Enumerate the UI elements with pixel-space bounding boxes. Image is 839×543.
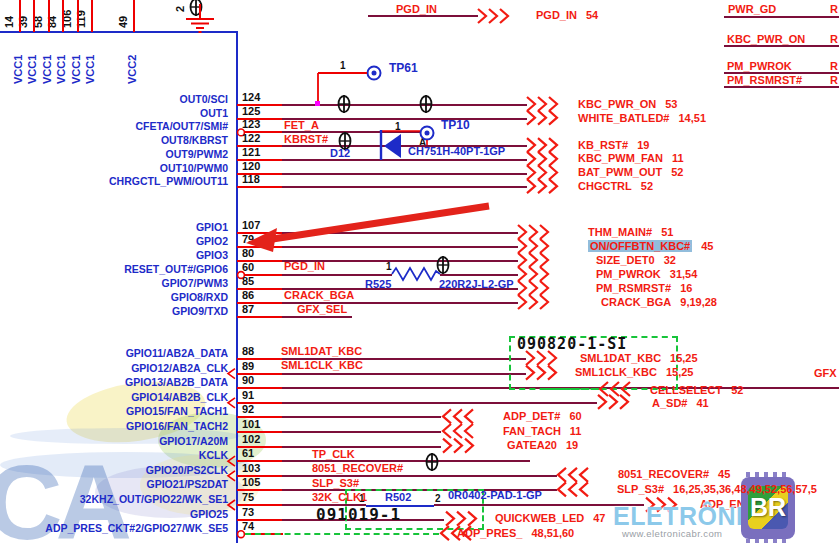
pin-label: CHRGCTL_PWM/OUT11 [0,175,228,187]
offpage-net-reference: KBC_PWR_ON53 [578,98,677,110]
power-pin-stub [19,0,21,32]
pin-number: 125 [242,105,260,117]
offpage-connector-icon [527,179,557,193]
pin-number: 61 [242,447,254,459]
offpage-net-name: BAT_PWM_OUT [578,166,662,178]
pin-number: 80 [242,247,254,259]
offpage-net-pages: 11 [672,152,684,164]
chip-border-top [0,31,238,33]
pin-number: 102 [242,433,260,445]
pin-label: GPIO16/FAN_TACH2 [0,420,228,432]
part-label: TP61 [389,61,418,75]
offpage-net-pages: 32 [664,254,676,266]
offpage-net-pages: 52 [731,384,743,396]
pin-number: 75 [242,491,254,503]
offpage-connector-icon [518,295,548,309]
corner-net-ref: R [830,60,838,72]
pin-label: GPIO13/AB2B_DATA [0,376,228,388]
net-wire [282,104,527,106]
offpage-connector-icon [558,468,588,482]
watermark-url-text: www.eletronicabr.com [622,528,722,539]
offpage-net-reference: CRACK_BGA9,19,28 [601,296,717,308]
pin-label: OUT1 [0,107,228,119]
net-wire [724,86,839,88]
power-pin-stub [33,0,35,32]
offpage-net-reference: ADP_DET#60 [503,410,582,422]
offpage-net-pages: 41 [696,397,708,409]
net-tie-glyph-icon [438,256,449,274]
part-label: R502 [385,491,411,503]
pin-number: 121 [242,146,260,158]
net-wire [282,186,527,188]
resistor-icon [392,268,440,280]
offpage-net-reference: PM_PWROK31,54 [596,268,697,280]
testpoint-icon [425,131,430,136]
offpage-net-pages: 45 [718,468,730,480]
pin-label: GPIO14/AB2B_CLK [0,391,228,403]
power-pin-stub [77,0,79,32]
offpage-net-name: PM_RSMRST# [596,282,671,294]
offpage-net-reference: ADP_PRES_48,51,60 [457,527,574,539]
offpage-net-reference: CHGCTRL52 [578,180,653,192]
offpage-net-pages: 15,25 [670,352,698,364]
net-label: CRACK_BGA [284,289,354,301]
offpage-connector-icon [518,239,548,253]
offpage-connector-icon [527,138,557,152]
offpage-connector-icon [518,281,548,295]
part-pin-number: 1 [386,261,392,272]
corner-net-label: KBC_PWR_ON [727,33,805,45]
offpage-net-name: 8051_RECOVER# [618,468,709,480]
pin-label: GPIO2 [0,235,228,247]
offpage-connector-icon [527,152,557,166]
net-wire [440,274,518,276]
offpage-net-pages: 16,25,35,36,48,49,52,56,57,5 [673,483,817,495]
offpage-connector-icon [527,166,557,180]
offpage-net-pages: 19 [637,139,649,151]
offpage-net-name: CRACK_BGA [601,296,671,308]
power-pin-stub [91,0,93,32]
net-wire [282,246,518,248]
offpage-net-name: A_SD# [652,397,687,409]
net-label: TP_CLK [312,448,355,460]
offpage-net-name: QUICKWEB_LED [495,512,584,524]
offpage-net-reference: ON/OFFBTN_KBC#45 [588,240,713,252]
green-dashed-wire-cellselect [545,388,599,390]
offpage-net-reference: SML1CLK_KBC15,25 [575,366,693,378]
offpage-net-pages: 9,19,28 [680,296,717,308]
offpage-connector-icon [443,424,473,438]
net-wire [282,316,352,318]
power-pin-stub [62,0,64,32]
offpage-net-name: SML1DAT_KBC [580,352,661,364]
corner-net-label: PM_PWROK [727,60,792,72]
pin-label: ADP_PRES_CKT#2/GPIO27/WK_SE5 [0,522,228,534]
pin-label: GPIO17/A20M [0,435,228,447]
pin-label: GPIO12/AB2A_CLK [0,362,228,374]
net-wire [282,159,527,161]
offpage-connector-icon [598,395,628,409]
offpage-net-reference: PM_RSMRST#16 [596,282,692,294]
offpage-connector-icon [558,482,588,496]
pin-number: 87 [242,303,254,315]
pin-label: GPIO25 [0,508,228,520]
pin-number: 120 [242,160,260,172]
pin-label: GPIO20/PS2CLK [0,464,228,476]
pin-number: 118 [242,173,260,185]
chip-border-right [236,31,238,543]
pin-stub-wire [237,316,283,318]
pin-number: 107 [242,219,260,231]
offpage-net-name: THM_MAIN# [588,226,652,238]
offpage-net-reference: SIZE_DET032 [596,254,676,266]
offpage-net-name[interactable]: ON/OFFBTN_KBC# [588,240,692,252]
offpage-net-reference: GATEA2019 [507,439,578,451]
pin-number: 123 [242,118,260,130]
pin-label: OUT0/SCI [0,93,228,105]
pin-label: GPIO8/RXD [0,291,228,303]
offpage-connector-icon [527,111,557,125]
offpage-net-reference: FAN_TACH11 [503,425,582,437]
net-label: SML1DAT_KBC [281,345,362,357]
offpage-net-pages: 19 [566,439,578,451]
pin-number: 86 [242,289,254,301]
offpage-net-name: ADP_PRES_ [457,527,522,539]
net-label: 8051_RECOVER# [312,462,403,474]
pin-number: 60 [242,261,254,273]
